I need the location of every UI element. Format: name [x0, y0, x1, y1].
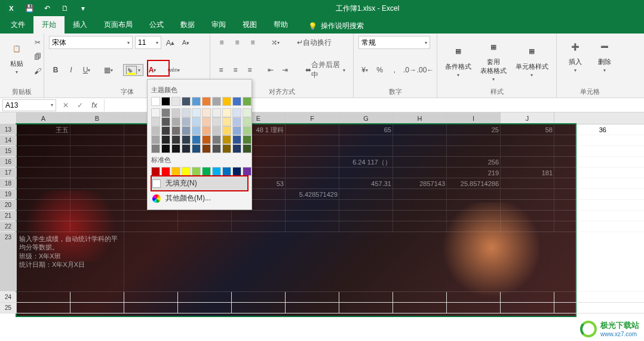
color-swatch[interactable] [222, 97, 231, 106]
color-swatch[interactable] [212, 167, 221, 176]
cell[interactable]: 25 [447, 124, 501, 135]
cell[interactable] [178, 211, 232, 221]
color-swatch[interactable] [232, 108, 241, 117]
column-header[interactable]: J [501, 112, 554, 124]
cell[interactable]: 36 [554, 124, 608, 135]
color-swatch[interactable] [192, 97, 201, 106]
cell[interactable] [501, 157, 554, 167]
comma-button[interactable]: , [388, 63, 401, 77]
color-swatch[interactable] [192, 144, 201, 153]
color-swatch[interactable] [171, 144, 180, 153]
cell[interactable] [393, 221, 447, 232]
number-format-combo[interactable]: 常规▾ [358, 36, 430, 49]
cell[interactable]: 王五 [17, 124, 70, 135]
cell[interactable] [339, 211, 393, 221]
row-header[interactable]: 24 [0, 292, 17, 302]
standard-color-grid[interactable] [151, 167, 248, 176]
increase-font-button[interactable]: A▴ [164, 36, 177, 49]
cell[interactable]: 6.24 117（） [339, 157, 393, 167]
column-header[interactable]: A [17, 112, 70, 124]
color-swatch[interactable] [202, 126, 211, 135]
cancel-formula-button[interactable]: ✕ [59, 99, 73, 111]
bold-button[interactable]: B [49, 63, 62, 77]
cell[interactable] [393, 135, 447, 145]
paste-button[interactable]: 📋 粘贴 ▾ [5, 38, 29, 76]
color-swatch[interactable] [212, 126, 221, 135]
color-swatch[interactable] [161, 97, 170, 106]
color-swatch[interactable] [151, 108, 160, 117]
merge-center-button[interactable]: ⬌ 合并后居中▾ [302, 63, 348, 77]
cell[interactable] [501, 303, 554, 313]
color-swatch[interactable] [212, 117, 221, 126]
cell[interactable] [286, 124, 339, 135]
cell[interactable] [501, 135, 554, 145]
cell[interactable]: 2857143 [393, 178, 447, 188]
cell[interactable] [393, 168, 447, 178]
cell[interactable] [70, 157, 124, 167]
cell[interactable] [286, 200, 339, 210]
redo-button[interactable]: 🗋 [57, 1, 73, 16]
cell[interactable] [286, 303, 339, 313]
cell[interactable] [17, 221, 70, 232]
cell[interactable] [393, 303, 447, 313]
cell[interactable] [393, 189, 447, 199]
color-swatch[interactable] [222, 108, 231, 117]
cell[interactable] [339, 221, 393, 232]
row-header[interactable]: 21 [0, 211, 17, 221]
row-header[interactable]: 13 [0, 124, 17, 135]
cell[interactable] [286, 146, 339, 156]
color-swatch[interactable] [161, 167, 170, 176]
column-header[interactable]: I [447, 112, 501, 124]
align-top-button[interactable]: ≡ [215, 36, 228, 49]
color-swatch[interactable] [212, 108, 221, 117]
color-swatch[interactable] [232, 97, 241, 106]
cell[interactable] [232, 221, 286, 232]
color-swatch[interactable] [202, 97, 211, 106]
column-header[interactable]: H [393, 112, 447, 124]
format-painter-button[interactable]: 🖌 [31, 65, 44, 78]
cell[interactable] [17, 200, 70, 210]
tab-formulas[interactable]: 公式 [141, 16, 172, 34]
cell[interactable] [501, 292, 554, 302]
fill-color-button[interactable]: ▾ [123, 64, 143, 76]
color-swatch[interactable] [212, 97, 221, 106]
qat-customize[interactable]: ▾ [75, 1, 91, 16]
no-fill-option[interactable]: 无填充(N) [151, 176, 248, 191]
cell[interactable] [393, 200, 447, 210]
cell[interactable] [17, 168, 70, 178]
color-swatch[interactable] [182, 97, 191, 106]
column-header[interactable]: B [70, 112, 124, 124]
cell[interactable] [70, 189, 124, 199]
cell[interactable] [178, 303, 232, 313]
cell[interactable] [124, 211, 178, 221]
row-header[interactable]: 23 [0, 232, 17, 291]
cell[interactable] [232, 292, 286, 302]
color-swatch[interactable] [151, 117, 160, 126]
color-swatch[interactable] [192, 117, 201, 126]
cell[interactable] [70, 221, 124, 232]
enter-formula-button[interactable]: ✓ [73, 99, 87, 111]
tab-file[interactable]: 文件 [2, 16, 33, 34]
color-swatch[interactable] [243, 167, 252, 176]
conditional-format-button[interactable]: ▦条件格式▾ [443, 41, 474, 79]
decrease-font-button[interactable]: A▾ [179, 36, 192, 49]
underline-button[interactable]: U▾ [80, 63, 93, 77]
row-header[interactable]: 20 [0, 200, 17, 210]
cell[interactable] [70, 135, 124, 145]
color-swatch[interactable] [222, 167, 231, 176]
cell[interactable] [393, 211, 447, 221]
border-button[interactable]: ▦▾ [102, 63, 115, 77]
percent-button[interactable]: % [373, 63, 386, 77]
cell[interactable] [393, 146, 447, 156]
font-color-button[interactable]: A▾ [146, 63, 159, 77]
cell[interactable] [124, 292, 178, 302]
cell[interactable] [447, 303, 501, 313]
color-swatch[interactable] [243, 117, 252, 126]
cell[interactable] [501, 178, 554, 188]
cell[interactable] [447, 221, 501, 232]
save-button[interactable]: 💾 [22, 1, 37, 16]
cell[interactable] [447, 189, 501, 199]
cell[interactable] [447, 211, 501, 221]
align-right-button[interactable]: ≡ [244, 63, 256, 77]
color-swatch[interactable] [161, 135, 170, 144]
